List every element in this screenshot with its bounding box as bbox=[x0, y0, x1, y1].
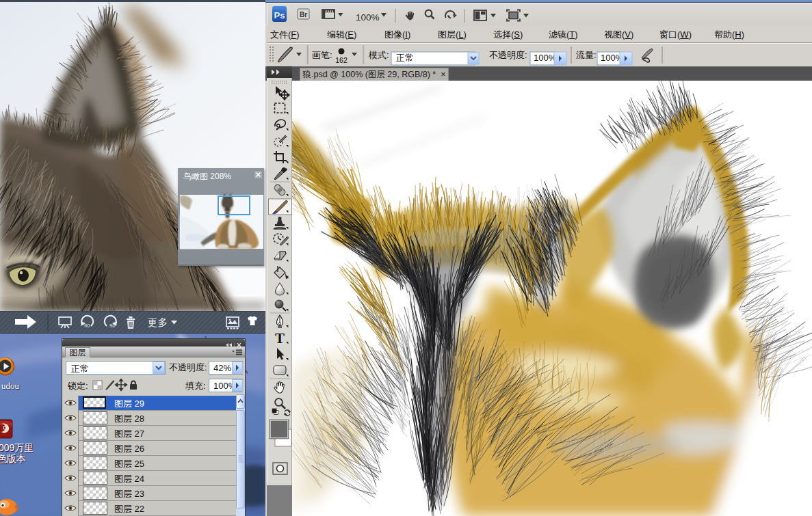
svg-text:Ps: Ps bbox=[274, 10, 285, 21]
svg-text:不透明度:: 不透明度: bbox=[489, 50, 527, 60]
svg-text:Br: Br bbox=[300, 11, 307, 18]
svg-text:90: 90 bbox=[84, 323, 90, 329]
svg-text:更多: 更多 bbox=[148, 317, 168, 328]
svg-text:90: 90 bbox=[109, 323, 115, 329]
svg-text:模式:: 模式: bbox=[368, 50, 389, 60]
svg-text:T: T bbox=[275, 330, 285, 347]
svg-text:100%: 100% bbox=[534, 53, 557, 63]
svg-text:鸟瞰图 208%: 鸟瞰图 208% bbox=[183, 172, 231, 181]
svg-text:正常: 正常 bbox=[396, 53, 414, 63]
svg-text:udou: udou bbox=[1, 381, 20, 391]
svg-text:画笔:: 画笔: bbox=[312, 50, 332, 60]
svg-text:100%: 100% bbox=[356, 12, 380, 23]
svg-text:162: 162 bbox=[335, 56, 348, 64]
svg-text:流量:: 流量: bbox=[576, 50, 597, 60]
svg-text:009万里: 009万里 bbox=[0, 442, 34, 453]
svg-text:色版本: 色版本 bbox=[0, 453, 26, 464]
